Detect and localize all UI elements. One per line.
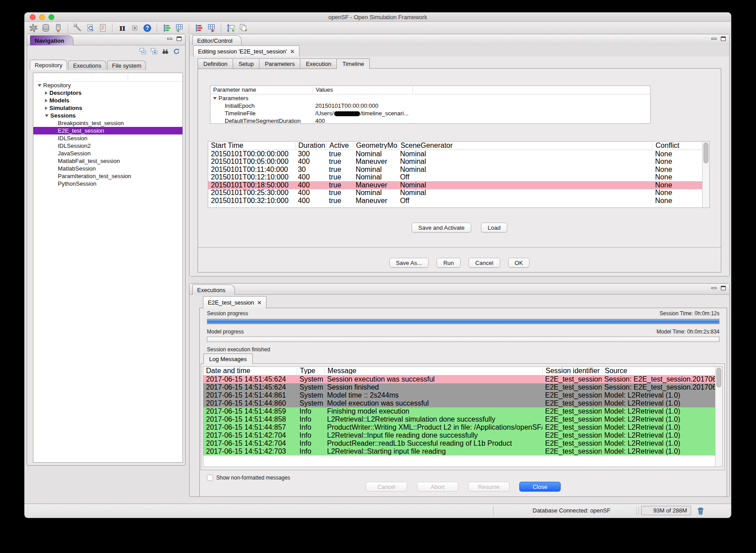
column-header[interactable]: Conflict bbox=[652, 142, 702, 149]
tree-item[interactable]: Simulations bbox=[33, 104, 182, 112]
column-header[interactable]: Parameter name bbox=[210, 87, 313, 93]
refresh-icon[interactable] bbox=[172, 47, 181, 56]
tree-item[interactable]: MatlabSession bbox=[33, 165, 182, 172]
editor-view-tab[interactable]: Editor/Control bbox=[192, 35, 242, 45]
log-row[interactable]: 2017-06-15 14:51:44:860SystemModel execu… bbox=[203, 399, 715, 407]
save-and-activate-button[interactable]: Save and Activate bbox=[412, 223, 471, 232]
table-add-column-icon[interactable] bbox=[174, 23, 185, 33]
nav-tab-repository[interactable]: Repository bbox=[30, 60, 67, 70]
timeline-row[interactable]: 20150101T00:11:40:00030trueNominalNomina… bbox=[208, 166, 702, 174]
parameter-row[interactable]: TimelineFile/Users//timeline_scenari... bbox=[210, 110, 650, 117]
timeline-row[interactable]: 20150101T00:32:10:000400trueManeuverOffN… bbox=[208, 197, 702, 205]
log-row[interactable]: 2017-06-15 14:51:45:624SystemSession fin… bbox=[203, 383, 715, 391]
close-button[interactable]: Close bbox=[519, 482, 561, 492]
tree-item[interactable]: ParamIteration_test_session bbox=[33, 172, 182, 180]
timeline-remove-row-icon[interactable] bbox=[194, 23, 204, 33]
run-button[interactable]: Run bbox=[437, 258, 461, 268]
close-tab-icon[interactable]: ✕ bbox=[290, 49, 295, 54]
execution-session-tab[interactable]: E2E_test_session ✕ bbox=[203, 296, 267, 309]
column-header[interactable]: Message bbox=[324, 368, 542, 374]
gear-icon[interactable] bbox=[28, 23, 39, 33]
collapsed-arrow-icon[interactable] bbox=[45, 91, 48, 95]
log-row[interactable]: 2017-06-15 14:51:44:858InfoL2Retrieval::… bbox=[203, 415, 715, 423]
subtab-parameters[interactable]: Parameters bbox=[259, 58, 300, 69]
timeline-transfer-icon[interactable] bbox=[226, 23, 236, 33]
zoom-window-button[interactable] bbox=[49, 14, 54, 20]
subtab-execution[interactable]: Execution bbox=[300, 58, 336, 69]
log-messages-tab[interactable]: Log Messages bbox=[203, 354, 253, 364]
timeline-row[interactable]: 20150101T00:18:50:000400trueManeuverNomi… bbox=[208, 181, 702, 189]
log-row[interactable]: 2017-06-15 14:51:44:861SystemModel time … bbox=[203, 391, 715, 399]
timeline-row[interactable]: 20150101T00:05:00:000400trueManeuverNomi… bbox=[208, 158, 702, 166]
timeline-row[interactable]: 20150101T00:12:10:000400trueNominalOffNo… bbox=[208, 174, 702, 182]
help-icon[interactable]: ? bbox=[142, 23, 153, 33]
nav-tab-file-system[interactable]: File system bbox=[107, 61, 146, 70]
navigation-view-tab[interactable]: Navigation bbox=[30, 35, 73, 45]
tree-item[interactable]: PythonSession bbox=[33, 180, 182, 187]
tree-item[interactable]: JavaSession bbox=[33, 150, 182, 157]
collapsed-arrow-icon[interactable] bbox=[45, 99, 48, 102]
minimize-view-icon[interactable] bbox=[167, 38, 172, 40]
collapse-all-icon[interactable] bbox=[138, 47, 147, 56]
tree-item[interactable]: Sessions bbox=[33, 112, 182, 119]
tree-item[interactable]: Models bbox=[33, 97, 182, 104]
timeline-add-row-icon[interactable] bbox=[162, 23, 172, 33]
column-header[interactable]: Start Time bbox=[208, 142, 295, 149]
subtab-timeline[interactable]: Timeline bbox=[336, 58, 370, 69]
log-row[interactable]: 2017-06-15 14:51:44:859InfoFinishing mod… bbox=[203, 407, 715, 415]
subtab-setup[interactable]: Setup bbox=[233, 58, 259, 69]
log-row[interactable]: 2017-06-15 14:51:42:704InfoL2Retrieval::… bbox=[203, 431, 715, 439]
minimize-view-icon[interactable] bbox=[712, 287, 716, 289]
tree-item[interactable]: E2E_test_session bbox=[33, 127, 182, 134]
log-document-icon[interactable] bbox=[97, 23, 108, 33]
tree-item[interactable]: Breakpoints_test_session bbox=[33, 119, 182, 127]
tree-item[interactable]: MatlabFail_test_session bbox=[33, 157, 182, 165]
minimize-view-icon[interactable] bbox=[712, 38, 716, 40]
tree-item[interactable]: IDLSession bbox=[33, 134, 182, 142]
scrollbar-thumb[interactable] bbox=[703, 142, 708, 163]
column-header[interactable]: Active bbox=[326, 142, 353, 149]
log-row[interactable]: 2017-06-15 14:51:44:857InfoProductWriter… bbox=[203, 423, 715, 431]
log-row[interactable]: 2017-06-15 14:51:45:624SystemSession exe… bbox=[203, 375, 715, 383]
log-row[interactable]: 2017-06-15 14:51:42:704InfoProductReader… bbox=[203, 439, 715, 447]
show-non-formatted-checkbox[interactable] bbox=[207, 475, 213, 481]
parameter-row[interactable]: DefaultTimeSegmentDuration400 bbox=[210, 117, 650, 125]
column-header[interactable] bbox=[412, 87, 650, 93]
executions-view-tab[interactable]: Executions bbox=[192, 285, 235, 295]
pi-icon[interactable]: π bbox=[117, 23, 128, 33]
column-header[interactable]: Type bbox=[297, 368, 324, 374]
log-row[interactable]: 2017-06-15 14:51:42:703InfoL2Retrieval::… bbox=[203, 447, 715, 455]
column-header[interactable]: Date and time bbox=[203, 368, 297, 374]
database-icon[interactable] bbox=[40, 23, 51, 33]
tree-item[interactable]: IDLSession2 bbox=[33, 142, 182, 150]
parameter-row[interactable]: InitialEpoch20150101T00:00:00:000 bbox=[210, 102, 650, 110]
copy-results-icon[interactable] bbox=[238, 23, 249, 33]
log-table-scrollbar[interactable] bbox=[715, 367, 722, 467]
expanded-arrow-icon[interactable] bbox=[213, 97, 217, 100]
subtab-definition[interactable]: Definition bbox=[198, 58, 233, 69]
maximize-view-icon[interactable] bbox=[721, 286, 726, 290]
maximize-view-icon[interactable] bbox=[177, 37, 182, 41]
close-tab-icon[interactable]: ✕ bbox=[257, 300, 262, 305]
server-connect-icon[interactable] bbox=[53, 23, 64, 33]
timeline-table-scrollbar[interactable] bbox=[702, 142, 709, 207]
scrollbar-thumb[interactable] bbox=[716, 368, 721, 387]
processor-icon[interactable] bbox=[129, 23, 140, 33]
column-header[interactable]: Source bbox=[602, 368, 715, 374]
collapsed-arrow-icon[interactable] bbox=[45, 106, 48, 110]
maximize-view-icon[interactable] bbox=[721, 37, 726, 41]
column-header[interactable]: SceneGenerator bbox=[397, 142, 652, 149]
nav-tab-executions[interactable]: Executions bbox=[68, 61, 106, 70]
ok-button[interactable]: OK bbox=[508, 258, 530, 268]
cancel-button[interactable]: Cancel bbox=[469, 258, 500, 268]
close-window-button[interactable] bbox=[30, 14, 36, 20]
column-header[interactable]: Session identifier bbox=[542, 368, 602, 374]
column-header[interactable]: GeometryModule bbox=[353, 142, 397, 149]
column-header[interactable]: Duration bbox=[295, 142, 326, 149]
expanded-arrow-icon[interactable] bbox=[38, 84, 41, 87]
parameter-group-row[interactable]: Parameters bbox=[210, 94, 650, 102]
minimize-window-button[interactable] bbox=[39, 14, 45, 20]
tree-item[interactable]: Descriptors bbox=[33, 89, 182, 97]
tree-item[interactable]: Repository bbox=[33, 81, 182, 89]
table-remove-column-icon[interactable] bbox=[206, 23, 217, 33]
